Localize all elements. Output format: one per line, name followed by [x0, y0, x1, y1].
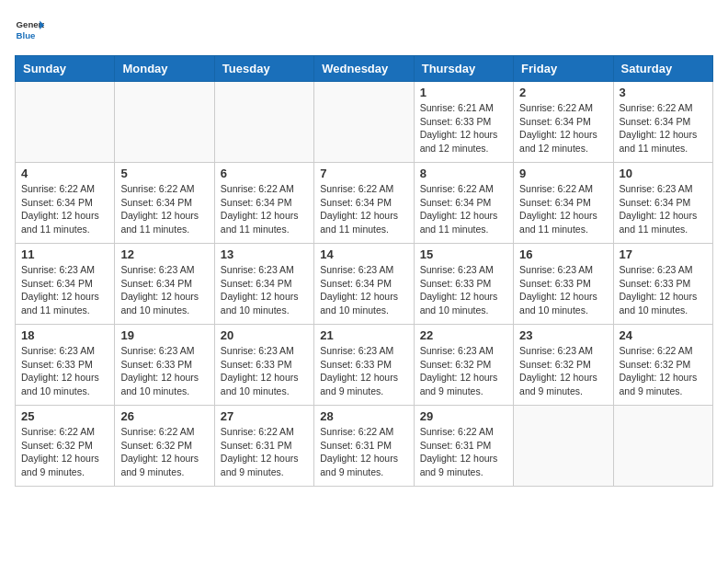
- day-number: 6: [221, 167, 308, 180]
- calendar-header: SundayMondayTuesdayWednesdayThursdayFrid…: [16, 56, 713, 82]
- logo: General Blue: [15, 15, 48, 44]
- day-info: Sunrise: 6:23 AM Sunset: 6:33 PM Dayligh…: [120, 344, 208, 398]
- day-header-sunday: Sunday: [16, 56, 115, 82]
- calendar-cell: 16Sunrise: 6:23 AM Sunset: 6:33 PM Dayli…: [514, 244, 613, 325]
- day-number: 20: [221, 328, 308, 342]
- day-info: Sunrise: 6:23 AM Sunset: 6:34 PM Dayligh…: [21, 263, 108, 317]
- calendar-cell: [16, 82, 115, 163]
- day-number: 15: [420, 247, 507, 261]
- calendar-cell: [514, 406, 613, 487]
- day-info: Sunrise: 6:23 AM Sunset: 6:34 PM Dayligh…: [221, 263, 308, 317]
- week-row-2: 4Sunrise: 6:22 AM Sunset: 6:34 PM Daylig…: [16, 163, 713, 244]
- calendar-cell: 13Sunrise: 6:23 AM Sunset: 6:34 PM Dayli…: [214, 244, 313, 325]
- day-number: 9: [519, 167, 607, 180]
- day-info: Sunrise: 6:23 AM Sunset: 6:34 PM Dayligh…: [120, 263, 208, 317]
- day-info: Sunrise: 6:23 AM Sunset: 6:33 PM Dayligh…: [221, 344, 308, 398]
- calendar-cell: 25Sunrise: 6:22 AM Sunset: 6:32 PM Dayli…: [16, 406, 115, 487]
- day-number: 3: [620, 86, 707, 99]
- day-number: 8: [420, 167, 507, 180]
- calendar-cell: [214, 82, 313, 163]
- calendar-cell: 17Sunrise: 6:23 AM Sunset: 6:33 PM Dayli…: [613, 244, 712, 325]
- day-info: Sunrise: 6:23 AM Sunset: 6:34 PM Dayligh…: [320, 263, 407, 317]
- day-info: Sunrise: 6:22 AM Sunset: 6:34 PM Dayligh…: [320, 182, 407, 236]
- day-info: Sunrise: 6:23 AM Sunset: 6:33 PM Dayligh…: [21, 344, 108, 398]
- calendar-cell: 11Sunrise: 6:23 AM Sunset: 6:34 PM Dayli…: [16, 244, 115, 325]
- week-row-3: 11Sunrise: 6:23 AM Sunset: 6:34 PM Dayli…: [16, 244, 713, 325]
- day-number: 18: [21, 328, 108, 342]
- day-info: Sunrise: 6:22 AM Sunset: 6:31 PM Dayligh…: [320, 425, 407, 479]
- day-info: Sunrise: 6:23 AM Sunset: 6:33 PM Dayligh…: [320, 344, 407, 398]
- day-number: 22: [420, 328, 507, 342]
- day-number: 19: [120, 328, 208, 342]
- calendar-cell: 14Sunrise: 6:23 AM Sunset: 6:34 PM Dayli…: [314, 244, 414, 325]
- calendar-cell: 26Sunrise: 6:22 AM Sunset: 6:32 PM Dayli…: [115, 406, 214, 487]
- day-info: Sunrise: 6:23 AM Sunset: 6:33 PM Dayligh…: [519, 263, 607, 317]
- day-number: 28: [320, 409, 407, 423]
- calendar-cell: [115, 82, 214, 163]
- day-info: Sunrise: 6:23 AM Sunset: 6:33 PM Dayligh…: [620, 263, 707, 317]
- day-info: Sunrise: 6:22 AM Sunset: 6:34 PM Dayligh…: [519, 182, 607, 236]
- day-number: 27: [221, 409, 308, 423]
- page-header: General Blue: [15, 15, 713, 44]
- day-number: 11: [21, 247, 108, 261]
- day-info: Sunrise: 6:23 AM Sunset: 6:33 PM Dayligh…: [420, 263, 507, 317]
- calendar-table: SundayMondayTuesdayWednesdayThursdayFrid…: [15, 55, 713, 487]
- calendar-cell: 24Sunrise: 6:22 AM Sunset: 6:32 PM Dayli…: [613, 325, 712, 406]
- calendar-cell: 7Sunrise: 6:22 AM Sunset: 6:34 PM Daylig…: [314, 163, 414, 244]
- calendar-cell: 10Sunrise: 6:23 AM Sunset: 6:34 PM Dayli…: [613, 163, 712, 244]
- day-number: 2: [519, 86, 607, 99]
- day-info: Sunrise: 6:22 AM Sunset: 6:34 PM Dayligh…: [221, 182, 308, 236]
- day-number: 14: [320, 247, 407, 261]
- day-number: 5: [120, 167, 208, 180]
- svg-text:Blue: Blue: [17, 30, 36, 40]
- day-number: 4: [21, 167, 108, 180]
- day-number: 17: [620, 247, 707, 261]
- calendar-cell: 6Sunrise: 6:22 AM Sunset: 6:34 PM Daylig…: [214, 163, 313, 244]
- calendar-cell: [314, 82, 414, 163]
- day-info: Sunrise: 6:22 AM Sunset: 6:34 PM Dayligh…: [120, 182, 208, 236]
- day-info: Sunrise: 6:22 AM Sunset: 6:32 PM Dayligh…: [620, 344, 707, 398]
- day-header-friday: Friday: [514, 56, 613, 82]
- day-number: 10: [620, 167, 707, 180]
- day-info: Sunrise: 6:21 AM Sunset: 6:33 PM Dayligh…: [420, 101, 507, 155]
- day-header-monday: Monday: [115, 56, 214, 82]
- calendar-cell: 1Sunrise: 6:21 AM Sunset: 6:33 PM Daylig…: [414, 82, 513, 163]
- day-info: Sunrise: 6:22 AM Sunset: 6:34 PM Dayligh…: [420, 182, 507, 236]
- day-number: 21: [320, 328, 407, 342]
- calendar-cell: 18Sunrise: 6:23 AM Sunset: 6:33 PM Dayli…: [16, 325, 115, 406]
- calendar-cell: 2Sunrise: 6:22 AM Sunset: 6:34 PM Daylig…: [514, 82, 613, 163]
- day-header-thursday: Thursday: [414, 56, 513, 82]
- calendar-cell: 29Sunrise: 6:22 AM Sunset: 6:31 PM Dayli…: [414, 406, 513, 487]
- calendar-body: 1Sunrise: 6:21 AM Sunset: 6:33 PM Daylig…: [16, 82, 713, 487]
- calendar-cell: 5Sunrise: 6:22 AM Sunset: 6:34 PM Daylig…: [115, 163, 214, 244]
- day-header-tuesday: Tuesday: [214, 56, 313, 82]
- calendar-cell: 3Sunrise: 6:22 AM Sunset: 6:34 PM Daylig…: [613, 82, 712, 163]
- calendar-cell: 12Sunrise: 6:23 AM Sunset: 6:34 PM Dayli…: [115, 244, 214, 325]
- day-number: 7: [320, 167, 407, 180]
- week-row-4: 18Sunrise: 6:23 AM Sunset: 6:33 PM Dayli…: [16, 325, 713, 406]
- day-info: Sunrise: 6:23 AM Sunset: 6:32 PM Dayligh…: [420, 344, 507, 398]
- calendar-cell: 15Sunrise: 6:23 AM Sunset: 6:33 PM Dayli…: [414, 244, 513, 325]
- day-info: Sunrise: 6:22 AM Sunset: 6:31 PM Dayligh…: [420, 425, 507, 479]
- header-row: SundayMondayTuesdayWednesdayThursdayFrid…: [16, 56, 713, 82]
- calendar-cell: 27Sunrise: 6:22 AM Sunset: 6:31 PM Dayli…: [214, 406, 313, 487]
- day-info: Sunrise: 6:23 AM Sunset: 6:34 PM Dayligh…: [620, 182, 707, 236]
- day-number: 12: [120, 247, 208, 261]
- day-info: Sunrise: 6:22 AM Sunset: 6:31 PM Dayligh…: [221, 425, 308, 479]
- day-number: 23: [519, 328, 607, 342]
- calendar-cell: 21Sunrise: 6:23 AM Sunset: 6:33 PM Dayli…: [314, 325, 414, 406]
- calendar-cell: 9Sunrise: 6:22 AM Sunset: 6:34 PM Daylig…: [514, 163, 613, 244]
- calendar-cell: 23Sunrise: 6:23 AM Sunset: 6:32 PM Dayli…: [514, 325, 613, 406]
- day-number: 13: [221, 247, 308, 261]
- week-row-1: 1Sunrise: 6:21 AM Sunset: 6:33 PM Daylig…: [16, 82, 713, 163]
- day-info: Sunrise: 6:22 AM Sunset: 6:34 PM Dayligh…: [519, 101, 607, 155]
- day-info: Sunrise: 6:22 AM Sunset: 6:32 PM Dayligh…: [21, 425, 108, 479]
- day-number: 26: [120, 409, 208, 423]
- calendar-cell: [613, 406, 712, 487]
- calendar-cell: 22Sunrise: 6:23 AM Sunset: 6:32 PM Dayli…: [414, 325, 513, 406]
- calendar-cell: 8Sunrise: 6:22 AM Sunset: 6:34 PM Daylig…: [414, 163, 513, 244]
- calendar-cell: 20Sunrise: 6:23 AM Sunset: 6:33 PM Dayli…: [214, 325, 313, 406]
- calendar-cell: 28Sunrise: 6:22 AM Sunset: 6:31 PM Dayli…: [314, 406, 414, 487]
- day-info: Sunrise: 6:22 AM Sunset: 6:32 PM Dayligh…: [120, 425, 208, 479]
- day-number: 16: [519, 247, 607, 261]
